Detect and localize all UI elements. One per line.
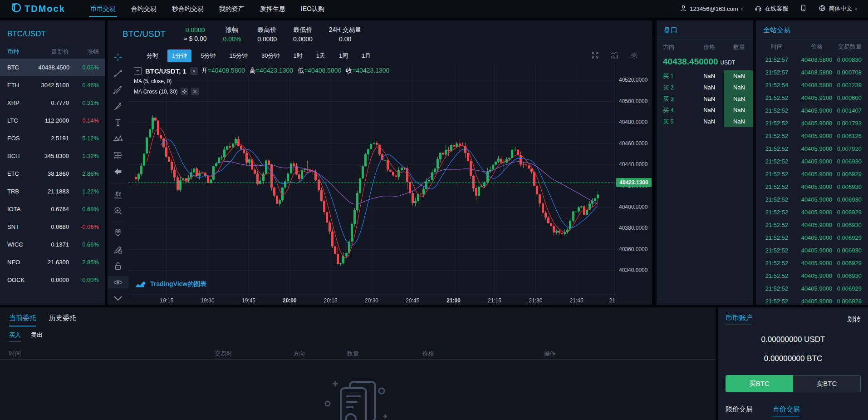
chart-settings-gear-icon[interactable] [630,51,638,61]
pitchfork-icon[interactable] [111,84,125,96]
coin-row-IOTA[interactable]: IOTA0.67640.68% [0,200,105,218]
legend-collapse-icon[interactable]: − [134,67,142,75]
trend-line-icon[interactable] [111,68,125,80]
timeframe-1分钟[interactable]: 1分钟 [167,49,191,62]
magnet-icon[interactable] [111,227,125,239]
coin-row-EOS[interactable]: EOS2.51915.12% [0,129,105,147]
tab-spot-account[interactable]: 币币账户 [726,314,753,325]
orders-panel: 当前委托历史委托 买入卖出 时间交易对方向数量价格操作 [0,307,716,420]
chart-style-icon[interactable] [610,51,619,61]
coin-row-ETH[interactable]: ETH3042.51000.46% [0,76,105,94]
brush-icon[interactable] [111,100,125,113]
chevron-down-icon[interactable] [111,292,125,305]
legend-symbol: BTC/USDT, 1 [145,67,186,75]
timeframe-15分钟[interactable]: 15分钟 [225,49,252,62]
orderbook-row[interactable]: 买 2NaNNaN [657,82,753,93]
nav-item-质押生息[interactable]: 质押生息 [252,0,293,17]
coin-row-NEO[interactable]: NEO21.63002.85% [0,253,105,271]
tab-历史委托[interactable]: 历史委托 [49,314,76,326]
tab-限价交易[interactable]: 限价交易 [726,405,753,416]
timeframe-1天[interactable]: 1天 [312,49,330,62]
app-download[interactable] [800,4,807,13]
coin-list-headers: 币种最新价涨幅 [0,45,105,59]
user-menu[interactable]: 123456@163.com ‹ [680,5,743,13]
time-axis[interactable]: 19:1519:3019:4520:0020:1520:3020:4521:00… [128,295,615,305]
orderbook-header-2: 数量 [724,43,753,51]
nav-item-合约交易[interactable]: 合约交易 [123,0,164,17]
logo[interactable]: TDMock [10,2,65,15]
timeframe-1月[interactable]: 1月 [357,49,375,62]
orderbook-row[interactable]: 买 1NaNNaN [657,70,753,82]
indicator-icon[interactable] [111,188,125,201]
tab-当前委托[interactable]: 当前委托 [9,314,36,326]
online-support[interactable]: 在线客服 [755,5,788,13]
coin-row-OOCK[interactable]: OOCK0.00000.00% [0,271,105,289]
timeframe-1时[interactable]: 1时 [289,49,307,62]
price-tick: 40440.0000 [619,161,647,168]
coin-change: 0.66% [69,241,105,248]
trade-price: 40405.9000 [798,282,836,295]
user-icon [680,5,687,13]
tradingview-attribution[interactable]: TradingView的图表 [135,280,206,288]
coin-row-BCH[interactable]: BCH345.83001.32% [0,147,105,165]
eye-icon[interactable] [108,276,128,288]
orderbook-row[interactable]: 买 4NaNNaN [657,104,753,116]
trade-row: 21:52:5240405.90000.006930 [756,181,868,193]
arrow-left-icon[interactable] [111,166,125,178]
language-menu[interactable]: 简体中文 ‹ [819,5,857,13]
unlock-icon[interactable] [111,260,125,272]
trade-row: 21:52:5240405.90000.006929 [756,168,868,181]
coin-row-WICC[interactable]: WICC0.13710.66% [0,236,105,253]
coin-row-LTC[interactable]: LTC112.2000-0.14% [0,112,105,129]
trade-price: 40405.9000 [798,295,836,305]
coin-change: -0.14% [69,117,105,124]
chart-plot[interactable]: − BTC/USDT, 1 开=40408.5800高=40423.1300低=… [128,64,615,295]
nav-item-IEO认购[interactable]: IEO认购 [293,0,332,17]
forecast-icon[interactable] [111,149,125,162]
coin-price: 112.2000 [39,117,69,124]
orderbook-row[interactable]: 买 3NaNNaN [657,93,753,104]
coin-row-TRB[interactable]: TRB21.18831.22% [0,183,105,200]
buy-btc-button[interactable]: 买BTC [726,375,793,392]
coin-row-XRP[interactable]: XRP0.77700.31% [0,94,105,112]
coin-row-ETC[interactable]: ETC38.18602.86% [0,165,105,183]
orderbook-qty: NaN [724,70,753,82]
time-tick: 20:45 [406,297,419,304]
timeframe-分时[interactable]: 分时 [142,49,163,62]
zoom-in-icon[interactable] [111,204,125,217]
stat-value: 0.0000 [257,35,277,43]
candlestick-canvas[interactable] [128,64,615,295]
fullscreen-icon[interactable] [591,51,599,61]
crosshair-icon[interactable] [111,51,125,64]
subtab-卖出[interactable]: 卖出 [31,331,43,341]
orderbook-qty: NaN [724,93,753,104]
indicator-close-icon[interactable] [191,88,199,95]
coin-row-BTC[interactable]: BTC40438.45000.06% [0,59,105,76]
trades-rows: 21:52:5740408.58000.00083021:52:5740408.… [756,54,868,305]
coin-row-SNT[interactable]: SNT0.0680-0.06% [0,218,105,236]
nav-item-币币交易[interactable]: 币币交易 [83,0,123,17]
coin-change: 2.86% [69,170,105,177]
edit-lock-icon[interactable] [111,243,125,256]
text-icon[interactable] [111,117,125,129]
subtab-买入[interactable]: 买入 [9,331,21,341]
coin-symbol: OOCK [0,277,39,283]
coin-sidebar: BTC/USDT 币种最新价涨幅 BTC40438.45000.06%ETH30… [0,20,105,305]
price-axis[interactable]: 40520.000040500.000040480.000040460.0000… [615,64,652,295]
nav-item-秒合约交易[interactable]: 秒合约交易 [164,0,211,17]
sell-btc-button[interactable]: 卖BTC [793,375,861,392]
trade-row: 21:52:5240405.90000.006929 [756,206,868,219]
timeframe-30分钟[interactable]: 30分钟 [257,49,284,62]
time-tick: 20:15 [324,297,338,304]
timeframe-5分钟[interactable]: 5分钟 [196,49,220,62]
tab-市价交易[interactable]: 市价交易 [773,405,800,416]
coin-symbol: ETC [0,170,39,177]
nav-item-我的资产[interactable]: 我的资产 [211,0,252,17]
pattern-icon[interactable] [111,133,125,145]
timeframe-1周[interactable]: 1周 [334,49,353,62]
transfer-link[interactable]: 划转 [847,315,861,324]
trades-header-2: 交易数量 [836,43,868,51]
orderbook-row[interactable]: 买 5NaNNaN [657,116,753,127]
legend-gear-icon[interactable] [190,67,198,75]
indicator-gear-icon[interactable] [181,88,188,95]
